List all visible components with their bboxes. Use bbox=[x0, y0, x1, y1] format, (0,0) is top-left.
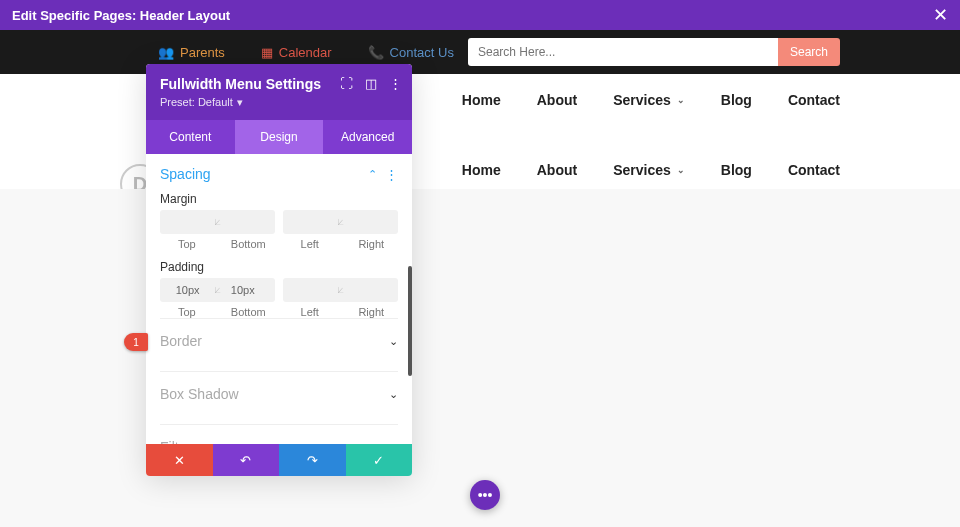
settings-panel: Fullwidth Menu Settings Preset: Default▾… bbox=[146, 64, 412, 476]
section-border[interactable]: Border ⌄ bbox=[160, 318, 398, 363]
dir-right: Right bbox=[345, 238, 399, 250]
padding-left-input[interactable] bbox=[283, 284, 338, 296]
padding-bottom-input[interactable] bbox=[215, 284, 270, 296]
search-button[interactable]: Search bbox=[778, 38, 840, 66]
chevron-down-icon: ⌄ bbox=[677, 95, 685, 105]
dir-left: Left bbox=[283, 306, 337, 318]
section-spacing[interactable]: Spacing bbox=[160, 166, 211, 182]
nav-blog-2[interactable]: Blog bbox=[721, 162, 752, 178]
caret-down-icon: ▾ bbox=[237, 96, 243, 109]
margin-right-input[interactable] bbox=[338, 216, 393, 228]
padding-label: Padding bbox=[160, 260, 398, 274]
people-icon: 👥 bbox=[158, 45, 174, 60]
margin-bottom-input[interactable] bbox=[215, 216, 270, 228]
expand-icon[interactable]: ⛶ bbox=[340, 76, 353, 91]
margin-top-input[interactable] bbox=[160, 216, 215, 228]
site-top-nav: 👥 Parents ▦ Calendar 📞 Contact Us Search bbox=[0, 30, 960, 74]
close-icon[interactable]: ✕ bbox=[933, 4, 948, 26]
dir-right: Right bbox=[345, 306, 399, 318]
more-vert-icon[interactable]: ⋮ bbox=[389, 76, 402, 91]
page-body-bg bbox=[0, 189, 960, 527]
nav-contact-2[interactable]: Contact bbox=[788, 162, 840, 178]
section-box-shadow[interactable]: Box Shadow ⌄ bbox=[160, 371, 398, 416]
chevron-down-icon: ⌄ bbox=[389, 335, 398, 348]
secondary-nav: Home About Services⌄ Blog Contact bbox=[462, 162, 840, 178]
nav-calendar[interactable]: ▦ Calendar bbox=[243, 45, 350, 60]
editor-title: Edit Specific Pages: Header Layout bbox=[12, 8, 230, 23]
nav-about[interactable]: About bbox=[537, 92, 577, 108]
discard-button[interactable]: ✕ bbox=[146, 444, 213, 476]
editor-top-bar: Edit Specific Pages: Header Layout ✕ bbox=[0, 0, 960, 30]
fab-more-button[interactable]: ••• bbox=[470, 480, 500, 510]
nav-contact[interactable]: 📞 Contact Us bbox=[350, 45, 472, 60]
redo-button[interactable]: ↷ bbox=[279, 444, 346, 476]
search-bar: Search bbox=[468, 38, 840, 66]
margin-left-input[interactable] bbox=[283, 216, 338, 228]
nav-about-2[interactable]: About bbox=[537, 162, 577, 178]
search-input[interactable] bbox=[468, 38, 778, 66]
tab-advanced[interactable]: Advanced bbox=[323, 120, 412, 154]
nav-home-2[interactable]: Home bbox=[462, 162, 501, 178]
undo-button[interactable]: ↶ bbox=[213, 444, 280, 476]
save-button[interactable]: ✓ bbox=[346, 444, 413, 476]
link-icon[interactable]: ⟀ bbox=[338, 285, 343, 295]
nav-home[interactable]: Home bbox=[462, 92, 501, 108]
columns-icon[interactable]: ◫ bbox=[365, 76, 377, 91]
panel-body: Spacing ⌃ ⋮ Margin ⟀ ⟀ Top Bottom Left R… bbox=[146, 154, 412, 444]
chevron-down-icon: ⌄ bbox=[677, 165, 685, 175]
dir-left: Left bbox=[283, 238, 337, 250]
main-nav: Home About Services⌄ Blog Contact bbox=[462, 92, 840, 108]
nav-blog[interactable]: Blog bbox=[721, 92, 752, 108]
nav-services-2[interactable]: Services⌄ bbox=[613, 162, 685, 178]
annotation-badge: 1 bbox=[124, 333, 148, 351]
panel-preset[interactable]: Preset: Default▾ bbox=[160, 96, 243, 109]
dir-top: Top bbox=[160, 306, 214, 318]
tab-content[interactable]: Content bbox=[146, 120, 235, 154]
dir-top: Top bbox=[160, 238, 214, 250]
padding-right-input[interactable] bbox=[338, 284, 393, 296]
nav-contact[interactable]: Contact bbox=[788, 92, 840, 108]
panel-tabs: Content Design Advanced bbox=[146, 120, 412, 154]
dir-bottom: Bottom bbox=[222, 238, 276, 250]
tab-design[interactable]: Design bbox=[235, 120, 324, 154]
link-icon[interactable]: ⟀ bbox=[215, 285, 220, 295]
link-icon[interactable]: ⟀ bbox=[215, 217, 220, 227]
chevron-down-icon: ⌄ bbox=[389, 388, 398, 401]
panel-footer: ✕ ↶ ↷ ✓ bbox=[146, 444, 412, 476]
padding-top-input[interactable] bbox=[160, 284, 215, 296]
nav-parents[interactable]: 👥 Parents bbox=[140, 45, 243, 60]
collapse-icon[interactable]: ⌃ bbox=[368, 168, 377, 181]
section-filters[interactable]: Filters ⌄ bbox=[160, 424, 398, 444]
scrollbar-thumb[interactable] bbox=[408, 266, 412, 376]
link-icon[interactable]: ⟀ bbox=[338, 217, 343, 227]
nav-services[interactable]: Services⌄ bbox=[613, 92, 685, 108]
phone-icon: 📞 bbox=[368, 45, 384, 60]
dir-bottom: Bottom bbox=[222, 306, 276, 318]
margin-label: Margin bbox=[160, 192, 398, 206]
section-more-icon[interactable]: ⋮ bbox=[385, 167, 398, 182]
panel-header[interactable]: Fullwidth Menu Settings Preset: Default▾… bbox=[146, 64, 412, 120]
calendar-icon: ▦ bbox=[261, 45, 273, 60]
chevron-down-icon: ⌄ bbox=[389, 441, 398, 445]
